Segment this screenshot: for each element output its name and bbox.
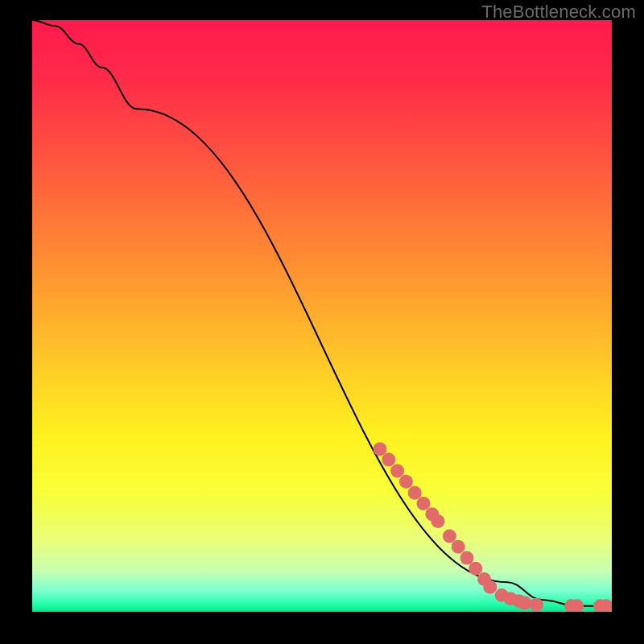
marker-point	[390, 464, 404, 478]
marker-point	[469, 562, 482, 576]
marker-point	[382, 453, 395, 467]
chart-frame: TheBottleneck.com	[0, 0, 644, 644]
marker-point	[443, 529, 456, 543]
marker-point	[530, 598, 543, 612]
watermark-label: TheBottleneck.com	[481, 2, 636, 23]
marker-point	[460, 551, 474, 565]
marker-point	[374, 442, 387, 456]
marker-point	[399, 475, 413, 489]
marker-point	[452, 540, 465, 554]
curve-layer	[32, 20, 612, 612]
plot-area	[32, 20, 612, 612]
marker-group	[374, 442, 613, 612]
marker-point	[483, 580, 497, 594]
marker-point	[417, 497, 431, 510]
marker-point	[408, 486, 422, 500]
bottleneck-curve	[32, 20, 612, 606]
marker-point	[518, 596, 532, 609]
marker-point	[431, 514, 445, 528]
